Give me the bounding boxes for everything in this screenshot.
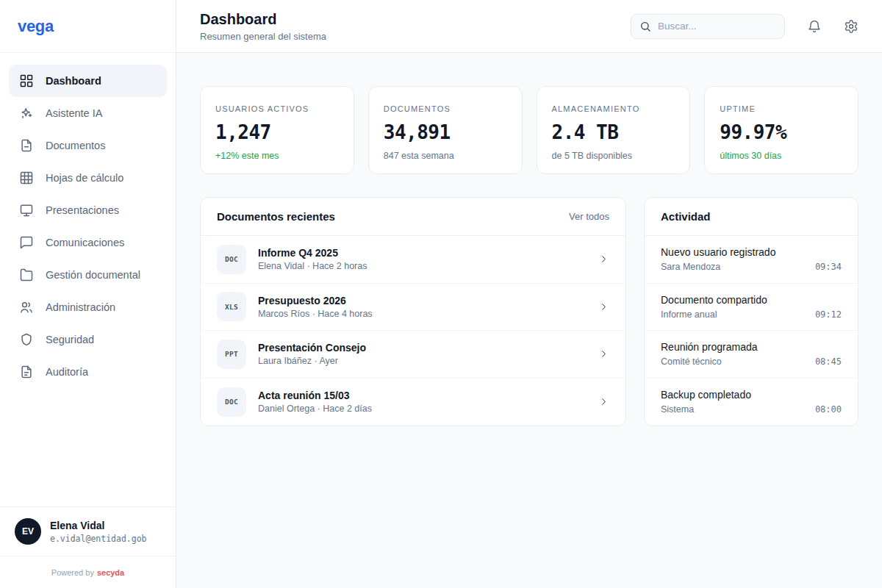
activity-subtitle: Informe anual [661, 309, 717, 320]
sidebar-nav: Dashboard Asistente IA Documentos Hojas … [0, 53, 176, 506]
activity-title: Documento compartido [661, 294, 842, 306]
recent-documents-panel: Documentos recientes Ver todos DOC Infor… [200, 197, 626, 426]
document-meta: Elena Vidal · Hace 2 horas [258, 261, 367, 271]
sidebar-item-label: Comunicaciones [46, 237, 124, 248]
stat-note: 847 esta semana [384, 151, 507, 161]
powered-by-text: Powered by [51, 568, 94, 577]
search-input[interactable] [658, 21, 776, 32]
activity-row: Backup completado Sistema 08:00 [645, 379, 858, 426]
user-email: e.vidal@entidad.gob [50, 534, 147, 544]
stat-note: últimos 30 días [720, 151, 843, 161]
vega-logo: vega [18, 17, 54, 36]
stat-note: de 5 TB disponibles [552, 151, 675, 161]
view-all-link[interactable]: Ver todos [569, 211, 609, 222]
activity-subtitle: Sistema [661, 404, 694, 415]
grid-icon [19, 74, 34, 88]
stat-value: 1,247 [215, 121, 339, 143]
document-title: Acta reunión 15/03 [258, 390, 372, 401]
stat-card-usuarios-activos: USUARIOS ACTIVOS 1,247 +12% este mes [200, 86, 354, 174]
activity-row: Documento compartido Informe anual 09:12 [645, 284, 858, 331]
sidebar-item-hojas-de-calculo[interactable]: Hojas de cálculo [9, 162, 167, 194]
sidebar-item-label: Gestión documental [46, 269, 140, 281]
stat-label: DOCUMENTOS [384, 104, 507, 113]
panel-title: Documentos recientes [217, 210, 335, 223]
file-icon [19, 138, 34, 153]
sidebar-item-documentos[interactable]: Documentos [9, 129, 167, 162]
file-type-badge: DOC [217, 387, 246, 417]
page-title: Dashboard [200, 11, 326, 28]
document-row[interactable]: DOC Informe Q4 2025 Elena Vidal · Hace 2… [201, 236, 625, 284]
app-window: vega Dashboard Asistente IA Documentos [0, 0, 882, 588]
document-text: Presentación Consejo Laura Ibáñez · Ayer [258, 342, 366, 366]
file-text-icon [19, 365, 34, 379]
sidebar-item-label: Presentaciones [46, 204, 119, 216]
logo-area: vega [0, 0, 176, 53]
sidebar-item-label: Administración [46, 301, 115, 313]
sidebar-item-asistente-ia[interactable]: Asistente IA [9, 97, 167, 129]
search-box[interactable] [631, 14, 785, 39]
activity-time: 09:34 [815, 262, 842, 272]
document-meta: Marcos Ríos · Hace 4 horas [258, 309, 373, 319]
document-row[interactable]: XLS Presupuesto 2026 Marcos Ríos · Hace … [201, 284, 625, 331]
activity-row: Nuevo usuario registrado Sara Mendoza 09… [645, 236, 858, 284]
user-name: Elena Vidal [50, 520, 147, 531]
stat-label: UPTIME [720, 104, 843, 113]
sidebar-item-dashboard[interactable]: Dashboard [9, 65, 167, 97]
stat-note: +12% este mes [215, 151, 339, 161]
document-title: Informe Q4 2025 [258, 247, 367, 259]
sidebar-item-gestion-documental[interactable]: Gestión documental [9, 259, 167, 291]
activity-panel: Actividad Nuevo usuario registrado Sara … [644, 197, 858, 426]
activity-subtitle: Comité técnico [661, 356, 722, 367]
document-title: Presupuesto 2026 [258, 295, 373, 306]
file-type-badge: PPT [217, 340, 246, 369]
powered-by-footer: Powered by secyda [0, 556, 176, 588]
stat-card-almacenamiento: ALMACENAMIENTO 2.4 TB de 5 TB disponible… [537, 86, 691, 174]
document-text: Acta reunión 15/03 Daniel Ortega · Hace … [258, 390, 372, 414]
gear-icon[interactable] [844, 19, 858, 34]
document-text: Presupuesto 2026 Marcos Ríos · Hace 4 ho… [258, 295, 373, 319]
page-subtitle: Resumen general del sistema [200, 31, 326, 42]
folder-icon [19, 268, 34, 282]
file-type-badge: XLS [217, 292, 246, 321]
activity-time: 09:12 [815, 309, 842, 320]
stat-value: 34,891 [384, 121, 507, 143]
activity-title: Reunión programada [661, 341, 842, 353]
sidebar-item-administracion[interactable]: Administración [9, 291, 167, 323]
topbar-actions [631, 14, 858, 39]
sidebar-item-auditoria[interactable]: Auditoría [9, 356, 167, 388]
sidebar-item-label: Hojas de cálculo [46, 172, 123, 184]
stat-label: ALMACENAMIENTO [552, 104, 675, 113]
document-row[interactable]: DOC Acta reunión 15/03 Daniel Ortega · H… [201, 379, 625, 426]
file-type-badge: DOC [217, 245, 246, 274]
activity-title: Nuevo usuario registrado [661, 246, 842, 258]
shield-icon [19, 332, 34, 347]
stat-card-uptime: UPTIME 99.97% últimos 30 días [704, 86, 858, 174]
user-profile[interactable]: EV Elena Vidal e.vidal@entidad.gob [0, 506, 176, 556]
chevron-right-icon [598, 396, 609, 407]
topbar: Dashboard Resumen general del sistema [176, 0, 882, 53]
sidebar-item-label: Seguridad [46, 334, 94, 345]
activity-header: Actividad [645, 198, 858, 236]
bell-icon[interactable] [807, 19, 822, 34]
sidebar-item-label: Auditoría [46, 366, 88, 378]
chevron-right-icon [598, 348, 609, 359]
document-text: Informe Q4 2025 Elena Vidal · Hace 2 hor… [258, 247, 367, 271]
spreadsheet-icon [19, 171, 34, 185]
activity-time: 08:45 [815, 356, 842, 367]
chevron-right-icon [598, 254, 609, 265]
activity-title: Backup completado [661, 389, 842, 401]
stat-label: USUARIOS ACTIVOS [215, 104, 339, 113]
document-meta: Laura Ibáñez · Ayer [258, 356, 366, 366]
secyda-brand-link[interactable]: secyda [97, 568, 124, 577]
stat-value: 99.97% [720, 121, 843, 143]
sidebar-item-presentaciones[interactable]: Presentaciones [9, 194, 167, 226]
document-row[interactable]: PPT Presentación Consejo Laura Ibáñez · … [201, 331, 625, 379]
sidebar-item-comunicaciones[interactable]: Comunicaciones [9, 226, 167, 259]
sidebar-item-seguridad[interactable]: Seguridad [9, 323, 167, 356]
monitor-icon [19, 203, 34, 218]
stat-cards: USUARIOS ACTIVOS 1,247 +12% este mes DOC… [200, 86, 858, 174]
search-icon [639, 21, 651, 32]
panel-title: Actividad [661, 210, 711, 223]
activity-subtitle: Sara Mendoza [661, 262, 720, 272]
activity-row: Reunión programada Comité técnico 08:45 [645, 331, 858, 379]
